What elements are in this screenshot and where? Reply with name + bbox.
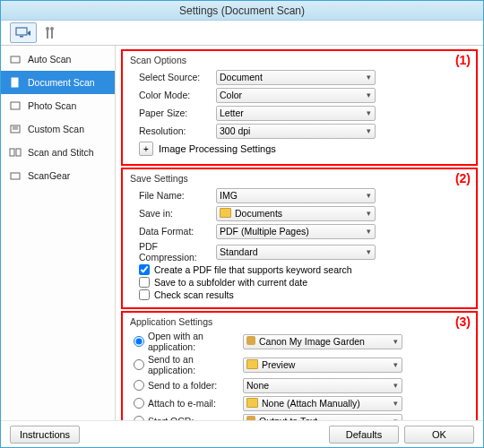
sidebar-item-auto-scan[interactable]: Auto Scan <box>1 47 115 71</box>
folder-icon <box>220 208 231 220</box>
check-scan-results-checkbox[interactable] <box>139 289 150 300</box>
custom-scan-icon <box>8 122 22 136</box>
main-panel: (1) Scan Options Select Source: Document… <box>116 46 483 420</box>
sidebar-item-label: Custom Scan <box>28 124 84 134</box>
auto-scan-icon <box>8 52 22 66</box>
sidebar-item-label: Document Scan <box>28 77 95 88</box>
select-source-dropdown[interactable]: Document <box>216 70 376 85</box>
file-name-dropdown[interactable]: IMG <box>216 188 376 203</box>
attach-to-email-dropdown[interactable]: None (Attach Manually) <box>243 396 402 411</box>
paper-size-dropdown[interactable]: Letter <box>216 106 376 121</box>
settings-window: Settings (Document Scan) <box>0 0 484 448</box>
sidebar-item-photo-scan[interactable]: Photo Scan <box>1 94 115 117</box>
section-number-1: (1) <box>455 53 471 67</box>
save-in-label: Save in: <box>130 208 216 219</box>
application-settings-section: (3) Application Settings Open with an ap… <box>121 311 478 420</box>
svg-rect-10 <box>10 149 14 156</box>
subfolder-date-label: Save to a subfolder with current date <box>154 277 307 288</box>
svg-point-4 <box>46 27 49 30</box>
start-ocr-radio[interactable] <box>134 416 144 420</box>
start-ocr-dropdown[interactable]: Output to Text <box>243 414 402 421</box>
resolution-dropdown[interactable]: 300 dpi <box>216 124 376 139</box>
scangear-icon <box>8 168 22 183</box>
svg-rect-12 <box>11 173 20 179</box>
open-with-application-dropdown[interactable]: Canon My Image Garden <box>243 334 402 349</box>
open-with-application-option[interactable]: Open with an application: <box>130 331 243 352</box>
sidebar-item-label: Photo Scan <box>28 100 76 111</box>
sidebar-item-label: Scan and Stitch <box>28 147 94 158</box>
attach-to-email-radio[interactable] <box>134 398 144 409</box>
tab-scan-from-computer[interactable] <box>10 22 37 43</box>
save-in-dropdown[interactable]: Documents <box>216 206 376 221</box>
send-to-folder-option[interactable]: Send to a folder: <box>130 380 243 391</box>
scan-options-section: (1) Scan Options Select Source: Document… <box>121 49 478 166</box>
send-to-folder-dropdown[interactable]: None <box>243 378 402 393</box>
paper-size-label: Paper Size: <box>130 108 216 118</box>
application-settings-title: Application Settings <box>130 316 469 327</box>
sidebar-item-label: ScanGear <box>28 170 70 181</box>
photo-scan-icon <box>8 99 22 113</box>
app-icon <box>246 336 255 347</box>
data-format-dropdown[interactable]: PDF (Multiple Pages) <box>216 224 376 239</box>
send-to-application-option[interactable]: Send to an application: <box>130 354 243 375</box>
svg-rect-0 <box>16 28 27 35</box>
svg-rect-1 <box>20 36 23 38</box>
svg-point-5 <box>50 27 54 30</box>
check-scan-results-label: Check scan results <box>154 289 234 300</box>
section-number-2: (2) <box>455 171 471 185</box>
file-name-label: File Name: <box>130 190 216 201</box>
top-toolbar <box>1 21 483 46</box>
keyword-search-label: Create a PDF file that supports keyword … <box>154 264 352 275</box>
titlebar: Settings (Document Scan) <box>1 1 483 21</box>
svg-rect-8 <box>11 102 20 109</box>
instructions-button[interactable]: Instructions <box>10 426 80 444</box>
keyword-search-checkbox[interactable] <box>139 264 150 275</box>
scan-options-title: Scan Options <box>130 55 469 65</box>
sidebar-item-scangear[interactable]: ScanGear <box>1 164 115 187</box>
send-to-application-radio[interactable] <box>134 359 144 370</box>
pdf-compression-dropdown[interactable]: Standard <box>216 245 376 260</box>
body: Auto Scan Document Scan Photo Scan Custo… <box>1 46 483 420</box>
svg-rect-6 <box>11 56 20 63</box>
expand-image-processing-button[interactable]: + <box>139 142 153 156</box>
sidebar-item-label: Auto Scan <box>28 54 71 65</box>
subfolder-date-checkbox[interactable] <box>139 277 150 288</box>
image-processing-settings-label: Image Processing Settings <box>159 143 276 154</box>
pdf-compression-label: PDF Compression: <box>130 241 216 263</box>
send-to-application-dropdown[interactable]: Preview <box>243 358 402 373</box>
send-to-folder-radio[interactable] <box>134 380 144 391</box>
monitor-icon <box>15 27 31 39</box>
stitch-icon <box>8 145 22 159</box>
select-source-label: Select Source: <box>130 72 216 82</box>
tools-icon <box>43 26 57 40</box>
app-icon <box>246 416 255 420</box>
data-format-label: Data Format: <box>130 226 216 237</box>
save-settings-title: Save Settings <box>130 173 469 184</box>
start-ocr-option[interactable]: Start OCR: <box>130 416 243 420</box>
sidebar: Auto Scan Document Scan Photo Scan Custo… <box>1 46 116 420</box>
sidebar-item-document-scan[interactable]: Document Scan <box>1 71 115 94</box>
svg-rect-11 <box>16 149 21 156</box>
attach-to-email-option[interactable]: Attach to e-mail: <box>130 398 243 409</box>
ok-button[interactable]: OK <box>404 426 474 444</box>
open-with-application-radio[interactable] <box>134 336 144 347</box>
svg-rect-7 <box>12 78 18 87</box>
sidebar-item-scan-and-stitch[interactable]: Scan and Stitch <box>1 141 115 164</box>
color-mode-dropdown[interactable]: Color <box>216 88 376 103</box>
resolution-label: Resolution: <box>130 125 216 136</box>
document-scan-icon <box>8 75 22 90</box>
color-mode-label: Color Mode: <box>130 90 216 100</box>
folder-icon <box>246 359 258 371</box>
tab-general-settings[interactable] <box>37 22 64 43</box>
window-title: Settings (Document Scan) <box>179 4 305 17</box>
sidebar-item-custom-scan[interactable]: Custom Scan <box>1 117 115 141</box>
footer: Instructions Defaults OK <box>1 420 483 447</box>
defaults-button[interactable]: Defaults <box>329 426 399 444</box>
folder-icon <box>246 398 258 409</box>
save-settings-section: (2) Save Settings File Name: IMG Save in… <box>121 168 478 309</box>
section-number-3: (3) <box>455 314 471 329</box>
